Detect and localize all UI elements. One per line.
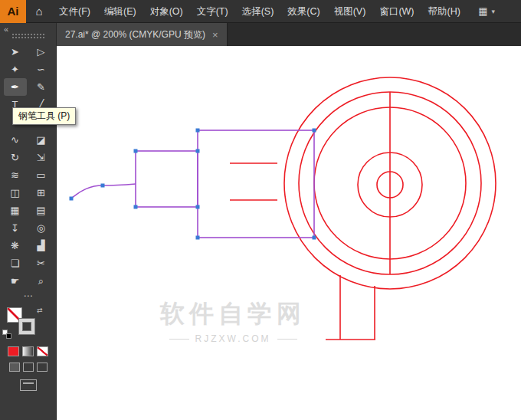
purple-shapes[interactable] — [71, 130, 314, 238]
gradient-proxy-button[interactable] — [22, 346, 34, 356]
free-transform-tool[interactable]: ▭ — [30, 166, 53, 184]
anchor-point[interactable] — [313, 129, 316, 133]
document-tab-bar: 27.ai* @ 200% (CMYK/GPU 预览) × — [57, 23, 521, 46]
pen-tool[interactable]: ✒ — [4, 78, 27, 96]
canvas[interactable]: 软件自学网 RJZXW.COM — [57, 46, 521, 420]
panel-drag-grip[interactable] — [11, 33, 45, 38]
column-graph-tool[interactable]: ▟ — [30, 237, 53, 254]
swap-fill-stroke-icon[interactable]: ⇄ — [37, 307, 43, 314]
draw-mode-row — [9, 363, 48, 372]
body-rectangle[interactable] — [198, 130, 314, 238]
menu-items: 文件(F)编辑(E)对象(O)文字(T)选择(S)效果(C)视图(V)窗口(W)… — [52, 0, 467, 23]
width-tool[interactable]: ≋ — [4, 166, 27, 184]
swatch-area: ⇄ — [0, 305, 56, 342]
workspace-switcher[interactable]: ▦ ▾ — [478, 5, 495, 17]
selection-tool[interactable]: ➤ — [4, 43, 27, 61]
tooltip-text: 钢笔工具 (P) — [18, 110, 70, 121]
change-screen-mode-button[interactable] — [20, 379, 37, 391]
red-shapes[interactable] — [230, 77, 496, 340]
paint-mode-row — [8, 346, 48, 356]
tools-panel: « ➤▷✦∽✒✎T╱○✐∿◪↻⇲≋▭◫⊞▦▤↧◎❋▟❏✂☛⌕ ⋯ ⇄ — [0, 23, 57, 420]
perspective-grid-tool[interactable]: ⊞ — [30, 184, 53, 202]
mesh-tool[interactable]: ▦ — [4, 202, 27, 219]
artboard-tool[interactable]: ❏ — [4, 254, 27, 272]
lasso-tool[interactable]: ∽ — [30, 61, 53, 78]
none-proxy-button[interactable] — [37, 346, 48, 356]
workspace-grid-icon: ▦ — [478, 5, 487, 17]
anchor-point[interactable] — [313, 236, 316, 240]
gradient-tool[interactable]: ▤ — [30, 202, 53, 219]
rotate-tool[interactable]: ↻ — [4, 149, 27, 166]
anchor-point[interactable] — [196, 149, 200, 153]
close-icon[interactable]: × — [212, 30, 218, 40]
anchor-point[interactable] — [196, 236, 200, 240]
draw-behind-button[interactable] — [23, 363, 34, 372]
symbol-sprayer-tool[interactable]: ❋ — [4, 237, 27, 254]
scale-tool[interactable]: ⇲ — [30, 149, 53, 166]
zoom-tool[interactable]: ⌕ — [30, 272, 53, 290]
anchor-point[interactable] — [101, 184, 105, 188]
shaper-tool[interactable]: ∿ — [4, 131, 27, 149]
menu-select[interactable]: 选择(S) — [235, 0, 281, 23]
app-logo: Ai — [0, 0, 26, 23]
eraser-tool[interactable]: ◪ — [30, 131, 53, 149]
default-fill-stroke-icon[interactable] — [2, 330, 11, 339]
anchor-point[interactable] — [70, 197, 74, 201]
default-stroke-square — [6, 333, 11, 339]
draw-normal-button[interactable] — [9, 363, 20, 372]
document-tab-title: 27.ai* @ 200% (CMYK/GPU 预览) — [65, 28, 205, 41]
color-proxy-button[interactable] — [8, 346, 19, 356]
neck-rectangle[interactable] — [136, 151, 198, 207]
anchor-points[interactable] — [70, 129, 316, 240]
chevron-down-icon: ▾ — [491, 8, 495, 15]
slice-tool[interactable]: ✂ — [30, 254, 53, 272]
anchor-point[interactable] — [134, 149, 138, 153]
collapse-panel-icon[interactable]: « — [4, 25, 8, 34]
anchor-point[interactable] — [196, 205, 200, 209]
tools-panel-header: « — [0, 23, 56, 43]
illustrator-window: Ai ⌂ 文件(F)编辑(E)对象(O)文字(T)选择(S)效果(C)视图(V)… — [0, 0, 521, 420]
magic-wand-tool[interactable]: ✦ — [4, 61, 27, 78]
hand-tool[interactable]: ☛ — [4, 272, 27, 290]
artwork-canvas — [57, 46, 521, 420]
menu-object[interactable]: 对象(O) — [143, 0, 190, 23]
menu-effect[interactable]: 效果(C) — [280, 0, 326, 23]
menu-help[interactable]: 帮助(H) — [421, 0, 467, 23]
edit-toolbar-button[interactable]: ⋯ — [24, 291, 33, 302]
home-icon[interactable]: ⌂ — [26, 0, 52, 23]
direct-selection-tool[interactable]: ▷ — [30, 43, 53, 61]
anchor-point[interactable] — [134, 205, 138, 209]
menu-edit[interactable]: 编辑(E) — [97, 0, 143, 23]
tool-grid: ➤▷✦∽✒✎T╱○✐∿◪↻⇲≋▭◫⊞▦▤↧◎❋▟❏✂☛⌕ — [4, 43, 53, 290]
menu-bar: Ai ⌂ 文件(F)编辑(E)对象(O)文字(T)选择(S)效果(C)视图(V)… — [0, 0, 521, 23]
draw-inside-button[interactable] — [37, 363, 48, 372]
blend-tool[interactable]: ◎ — [30, 219, 53, 237]
stroke-swatch[interactable] — [19, 319, 34, 334]
anchor-point[interactable] — [196, 129, 200, 133]
shape-builder-tool[interactable]: ◫ — [4, 184, 27, 202]
menu-file[interactable]: 文件(F) — [52, 0, 97, 23]
eyedropper-tool[interactable]: ↧ — [4, 219, 27, 237]
tooltip: 钢笔工具 (P) — [12, 107, 76, 125]
menu-type[interactable]: 文字(T) — [190, 0, 235, 23]
menu-window[interactable]: 窗口(W) — [372, 0, 421, 23]
menu-view[interactable]: 视图(V) — [327, 0, 373, 23]
curvature-tool[interactable]: ✎ — [30, 78, 53, 96]
document-tab[interactable]: 27.ai* @ 200% (CMYK/GPU 预览) × — [57, 23, 228, 46]
